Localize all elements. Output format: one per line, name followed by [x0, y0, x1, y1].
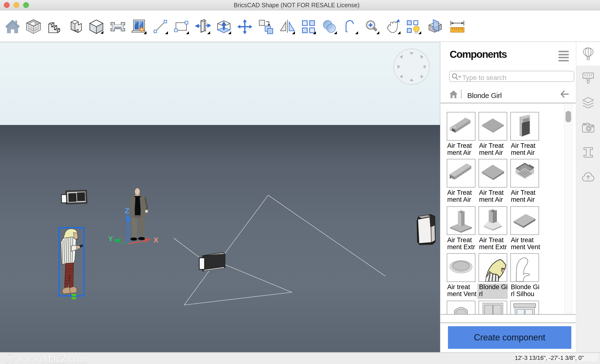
svg-text:Z: Z	[125, 206, 130, 215]
svg-text:X: X	[153, 236, 158, 244]
svg-text:Y: Y	[108, 235, 113, 243]
